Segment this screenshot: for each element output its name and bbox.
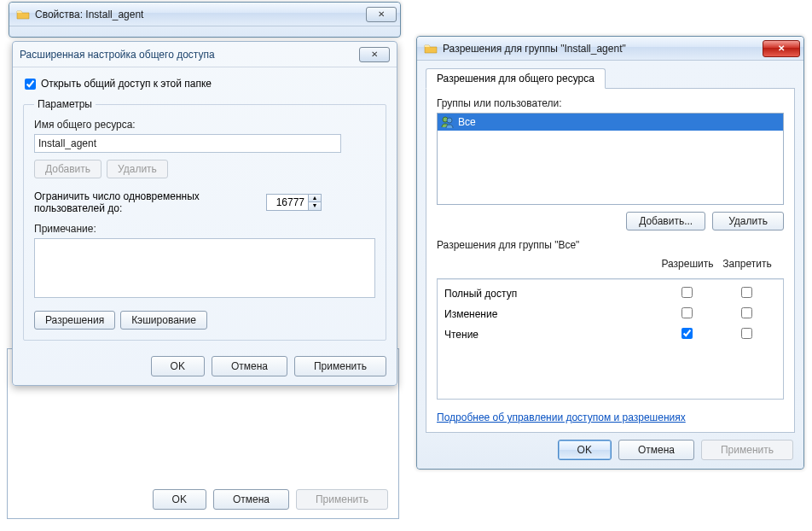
adv-apply-button[interactable]: Применить	[294, 356, 386, 376]
advanced-sharing-close-button[interactable]: ✕	[359, 47, 390, 62]
limit-users-input[interactable]	[267, 195, 308, 210]
perm-read-label: Чтение	[444, 329, 657, 341]
col-deny: Запретить	[717, 258, 777, 270]
perm-apply-button: Применить	[701, 440, 793, 460]
parent-ok-button[interactable]: OK	[153, 489, 206, 510]
caching-button[interactable]: Кэширование	[120, 311, 207, 330]
parent-apply-button: Применить	[296, 489, 388, 510]
perm-remove-button[interactable]: Удалить	[712, 212, 784, 230]
perm-change-label: Изменение	[444, 308, 657, 320]
perm-add-button[interactable]: Добавить...	[626, 212, 705, 230]
groups-users-label: Группы или пользователи:	[437, 97, 784, 109]
limit-users-spinner[interactable]: ▲ ▼	[266, 194, 322, 211]
users-icon	[441, 115, 455, 129]
permissions-title: Разрешения для группы "Install_agent"	[443, 43, 760, 55]
perm-change-deny-checkbox[interactable]	[741, 307, 752, 318]
adv-ok-button[interactable]: OK	[151, 356, 205, 376]
perm-cancel-button[interactable]: Отмена	[618, 440, 694, 460]
parameters-legend: Параметры	[34, 98, 96, 110]
perm-full-allow-checkbox[interactable]	[682, 287, 693, 298]
perm-ok-button[interactable]: OK	[558, 440, 612, 460]
properties-window: Свойства: Install_agent ✕	[9, 2, 401, 38]
perm-row-change: Изменение	[444, 304, 776, 324]
share-add-button: Добавить	[34, 160, 102, 178]
permissions-button[interactable]: Разрешения	[34, 311, 115, 330]
permissions-rows: Полный доступ Изменение Чтение	[438, 279, 783, 399]
perm-read-deny-checkbox[interactable]	[741, 328, 752, 339]
adv-cancel-button[interactable]: Отмена	[212, 356, 287, 376]
properties-titlebar: Свойства: Install_agent ✕	[9, 3, 400, 26]
perm-read-allow-checkbox[interactable]	[682, 328, 693, 339]
tab-share-permissions[interactable]: Разрешения для общего ресурса	[426, 68, 606, 89]
perm-row-read: Чтение	[444, 324, 776, 345]
perm-full-deny-checkbox[interactable]	[741, 287, 752, 298]
share-name-label: Имя общего ресурса:	[34, 119, 375, 131]
permissions-titlebar: Разрешения для группы "Install_agent" ✕	[417, 37, 803, 61]
permissions-table-header: Разрешить Запретить	[437, 254, 784, 273]
share-name-input[interactable]	[34, 134, 341, 153]
share-remove-button: Удалить	[107, 160, 168, 178]
parameters-group: Параметры Имя общего ресурса: Добавить У…	[23, 98, 386, 341]
folder-icon	[424, 42, 438, 55]
share-folder-checkbox[interactable]	[25, 79, 36, 90]
note-label: Примечание:	[34, 223, 375, 235]
spinner-up-icon[interactable]: ▲	[309, 195, 321, 202]
advanced-sharing-dialog: Расширенная настройка общего доступа ✕ О…	[12, 41, 397, 386]
perm-row-full: Полный доступ	[444, 283, 776, 304]
folder-icon	[16, 8, 30, 21]
parent-cancel-button[interactable]: Отмена	[213, 489, 289, 510]
spinner-down-icon[interactable]: ▼	[309, 202, 321, 210]
perm-change-allow-checkbox[interactable]	[682, 307, 693, 318]
note-textarea[interactable]	[34, 238, 375, 298]
properties-close-button[interactable]: ✕	[366, 7, 397, 22]
share-folder-checkbox-label: Открыть общий доступ к этой папке	[41, 78, 212, 90]
permissions-window: Разрешения для группы "Install_agent" ✕ …	[416, 36, 804, 470]
list-item-everyone[interactable]: Все	[438, 114, 783, 131]
advanced-sharing-titlebar: Расширенная настройка общего доступа ✕	[13, 42, 397, 67]
learn-more-link[interactable]: Подробнее об управлении доступом и разре…	[437, 411, 686, 423]
groups-users-listbox[interactable]: Все	[437, 113, 784, 205]
permissions-for-label: Разрешения для группы "Все"	[437, 239, 784, 251]
properties-title: Свойства: Install_agent	[35, 9, 363, 20]
perm-full-label: Полный доступ	[444, 288, 657, 300]
limit-users-label: Ограничить число одновременных пользоват…	[34, 190, 256, 214]
col-allow: Разрешить	[658, 258, 717, 270]
list-item-everyone-label: Все	[458, 116, 476, 128]
permissions-close-button[interactable]: ✕	[763, 40, 800, 57]
advanced-sharing-title: Расширенная настройка общего доступа	[20, 49, 357, 61]
svg-point-1	[447, 118, 452, 123]
